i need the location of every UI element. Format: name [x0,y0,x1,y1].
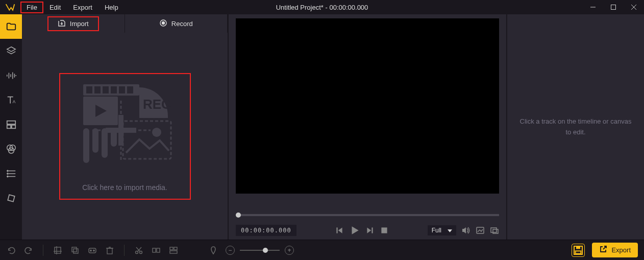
import-tab[interactable]: Import [22,14,125,33]
svg-point-62 [90,250,92,251]
drop-zone-wrap: REC [22,33,228,240]
timecode: 00:00:00.000 [236,225,296,236]
svg-rect-1 [611,5,616,10]
record-tab[interactable]: Record [125,14,228,33]
svg-rect-49 [372,227,373,233]
cut-button[interactable] [134,245,144,255]
menu-edit[interactable]: Edit [43,2,67,13]
snapshot-button[interactable] [476,226,485,235]
title-bar: File Edit Export Help Untitled Project* … [0,0,644,14]
svg-point-24 [162,21,164,24]
media-tabs: Import Record [22,14,228,33]
tool-layers[interactable] [0,39,22,63]
svg-rect-36 [92,128,98,153]
play-button[interactable] [349,225,360,236]
zoom-slider: − + [226,246,294,255]
tool-audio[interactable] [0,63,22,88]
svg-rect-45 [337,227,338,233]
svg-rect-72 [157,248,160,252]
svg-rect-28 [103,86,109,93]
menu-export[interactable]: Export [67,2,98,13]
zoom-out-button[interactable]: − [226,246,235,255]
minimize-button[interactable] [583,0,603,14]
preview-panel: 00:00:00.000 Full [228,14,506,240]
svg-rect-27 [94,86,101,93]
zoom-in-button[interactable]: + [285,246,294,255]
import-icon [58,19,66,29]
menu-file[interactable]: File [20,2,43,13]
svg-rect-39 [123,121,171,159]
prev-frame-button[interactable] [335,226,344,235]
crop-button[interactable] [53,245,63,255]
svg-rect-56 [55,247,61,253]
menu-bar: File Edit Export Help [20,2,125,13]
delete-button[interactable] [105,245,115,255]
svg-marker-51 [448,229,452,232]
main-area: A Import Record [0,14,644,240]
svg-marker-52 [462,227,466,233]
duplicate-button[interactable] [70,245,80,255]
svg-rect-55 [493,229,498,233]
menu-help[interactable]: Help [98,2,125,13]
svg-rect-31 [127,86,133,93]
svg-rect-22 [8,195,14,201]
record-icon [159,19,167,29]
svg-rect-77 [576,246,580,249]
svg-marker-46 [338,227,342,233]
svg-rect-54 [491,228,497,232]
tool-settings[interactable] [0,161,22,186]
record-label: Record [171,20,193,28]
zoom-track[interactable] [240,250,280,251]
svg-rect-75 [170,251,177,253]
window-controls [583,0,644,14]
svg-marker-47 [352,226,359,234]
drop-zone-text: Click here to import media. [82,183,167,192]
tool-color[interactable] [0,137,22,161]
import-drop-zone[interactable]: REC [59,73,191,200]
export-label: Export [611,246,631,254]
export-icon [599,245,607,255]
redo-button[interactable] [23,245,34,255]
undo-button[interactable] [6,245,16,255]
display-mode-select[interactable]: Full [428,225,456,235]
marker-button[interactable] [208,245,218,255]
svg-rect-50 [382,227,387,233]
next-frame-button[interactable] [365,226,375,235]
svg-rect-29 [111,86,117,93]
svg-rect-74 [174,247,177,250]
maximize-button[interactable] [603,0,624,14]
inspector-placeholder: Click a track on the timeline or canvas … [517,116,634,138]
svg-rect-60 [73,249,78,253]
svg-rect-35 [83,128,89,163]
preview-controls: 00:00:00.000 Full [235,225,500,240]
preview-video[interactable] [236,18,499,194]
bottom-toolbar: − + Export [0,240,644,260]
close-button[interactable] [624,0,644,14]
volume-button[interactable] [461,226,470,235]
svg-point-68 [140,251,142,253]
stop-button[interactable] [380,226,389,235]
split-button[interactable] [151,245,161,255]
group-button[interactable] [87,245,97,255]
svg-text:A: A [12,100,15,104]
svg-text:REC: REC [143,97,171,112]
seek-knob[interactable] [236,212,241,218]
zoom-knob[interactable] [263,248,268,253]
app-logo [0,0,20,14]
fullscreen-button[interactable] [490,226,499,235]
tool-media[interactable] [0,14,22,39]
tool-split[interactable] [0,112,22,137]
seek-bar[interactable] [236,214,499,216]
media-panel: Import Record [22,14,228,240]
export-button[interactable]: Export [592,243,638,257]
tool-text[interactable]: A [0,88,22,112]
svg-rect-14 [7,125,10,128]
display-mode-label: Full [432,227,441,234]
svg-point-67 [136,251,138,253]
svg-rect-59 [72,247,77,252]
svg-marker-48 [367,227,371,233]
tool-rotate[interactable] [0,186,22,210]
svg-point-40 [152,128,161,137]
save-project-button[interactable] [572,244,585,257]
merge-button[interactable] [168,245,179,255]
